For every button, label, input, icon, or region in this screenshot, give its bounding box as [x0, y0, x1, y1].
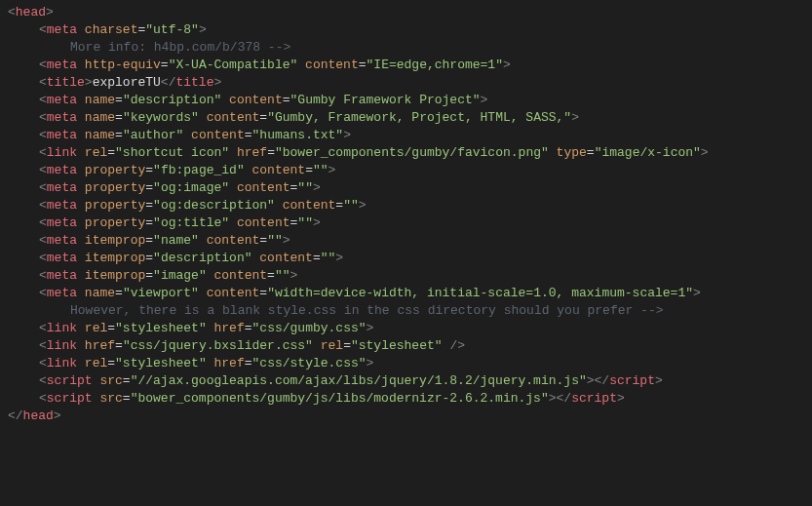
code-line: <link rel="stylesheet" href="css/gumby.c… [0, 320, 812, 337]
code-line: <meta http-equiv="X-UA-Compatible" conte… [0, 57, 812, 74]
code-block: <head><meta charset="utf-8">More info: h… [0, 4, 812, 425]
code-line: <script src="bower_components/gumby/js/l… [0, 390, 812, 408]
code-line: <script src="//ajax.googleapis.com/ajax/… [0, 372, 812, 390]
code-line: More info: h4bp.com/b/378 --> [0, 39, 812, 57]
code-line: <link href="css/jquery.bxslider.css" rel… [0, 337, 812, 355]
code-line: <meta property="og:description" content=… [0, 197, 812, 214]
code-line: <meta charset="utf-8"> [0, 21, 812, 39]
code-line: </head> [0, 408, 812, 425]
code-line: However, there is a blank style.css in t… [0, 302, 812, 320]
code-line: <link rel="shortcut icon" href="bower_co… [0, 144, 812, 162]
code-line: <head> [0, 4, 812, 21]
code-line: <meta name="description" content="Gumby … [0, 92, 812, 109]
code-line: <meta itemprop="description" content=""> [0, 250, 812, 267]
code-line: <meta property="fb:page_id" content=""> [0, 162, 812, 179]
code-line: <meta name="keywords" content="Gumby, Fr… [0, 109, 812, 127]
code-line: <meta name="viewport" content="width=dev… [0, 285, 812, 302]
code-line: <meta itemprop="name" content=""> [0, 232, 812, 250]
code-line: <meta name="author" content="humans.txt"… [0, 127, 812, 144]
code-line: <meta property="og:image" content=""> [0, 179, 812, 197]
code-line: <meta itemprop="image" content=""> [0, 267, 812, 285]
code-line: <title>exploreTU</title> [0, 74, 812, 92]
code-line: <link rel="stylesheet" href="css/style.c… [0, 355, 812, 372]
code-line: <meta property="og:title" content=""> [0, 214, 812, 232]
